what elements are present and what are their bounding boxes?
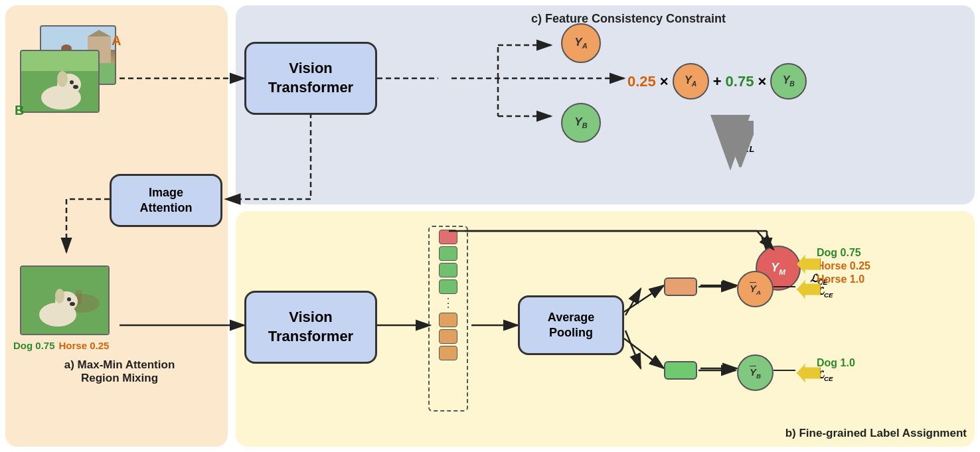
svg-point-46 [67,297,71,301]
image-attention-box: Image Attention [110,174,222,227]
section-b-title: b) Fine-grained Label Assignment [785,427,967,440]
yb-circle-eq: YB [770,63,807,100]
ybb-text: YB [750,366,761,380]
mixed-labels: Dog 0.75 Horse 0.25 [13,340,109,351]
svg-point-39 [73,85,78,89]
image-dog [20,50,100,113]
plus-sign: + [713,73,722,90]
gray-arrow [727,121,754,170]
section-a-title: a) Max-Min Attention Region Mixing [27,358,212,385]
ym-text: YM [771,261,785,276]
yb-eq-text: YB [783,74,795,88]
image-attention-label: Image Attention [123,185,208,216]
token-orange-1 [439,313,457,327]
vt1-label: Vision Transformer [258,59,363,97]
ym-horse-label: Horse 0.25 [817,260,870,272]
output-rect-ya [664,277,697,296]
vision-transformer-1: Vision Transformer [244,42,377,115]
coeff-b: 0.75 [726,73,754,90]
dog-label: Dog 0.75 [13,340,55,351]
section-c-title: c) Feature Consistency Constraint [531,12,726,26]
horse-label: Horse 0.25 [59,340,110,351]
svg-point-47 [70,302,75,306]
yba-text: YA [750,283,761,296]
vt2-label: Vision Transformer [258,308,363,346]
ya-circle-top: YA [561,23,601,63]
svg-rect-34 [21,51,100,71]
yba-circle: YA [737,271,774,307]
yb-circle: YB [561,103,601,143]
svg-point-45 [55,289,64,303]
image-mixed [20,265,110,335]
ybb-circle: YB [737,354,774,391]
times2: × [758,73,766,90]
svg-point-38 [70,80,74,84]
lce-ya: ℒCE [817,285,864,299]
horse-10-label: Horse 1.0 [817,273,864,285]
token-column-box: ⋮ [428,226,468,412]
lce-yb: ℒCE [817,369,855,382]
output-rect-yb [664,361,697,380]
token-green-3 [439,279,457,294]
ya-labels: Horse 1.0 ℒCE [817,273,864,299]
token-orange-2 [439,329,457,344]
average-pooling-box: Average Pooling [518,295,624,355]
yb-labels: Dog 1.0 ℒCE [817,357,855,382]
interpolation-equation: 0.25 × YA + 0.75 × YB [627,63,807,100]
svg-point-37 [57,71,68,87]
yb-text: YB [574,115,587,129]
ym-labels: Dog 0.75 Horse 0.25 [817,247,870,272]
coeff-a: 0.25 [627,73,656,90]
token-green-2 [439,263,457,277]
dog-10-label: Dog 1.0 [817,357,855,369]
ya-circle-eq: YA [673,63,709,100]
ya-text-top: YA [574,36,587,50]
token-dots: ⋮ [442,296,454,311]
avg-pool-label: Average Pooling [532,310,610,341]
diagram-wrapper: A B Image Attention [0,0,980,452]
token-orange-3 [439,346,457,360]
label-B: B [15,103,24,118]
label-A: A [112,33,121,48]
token-green-1 [439,246,457,261]
ya-eq-text: YA [685,74,696,88]
token-red [439,230,457,244]
times1: × [660,73,669,90]
vision-transformer-2: Vision Transformer [244,291,377,364]
ym-dog-label: Dog 0.75 [817,247,870,259]
